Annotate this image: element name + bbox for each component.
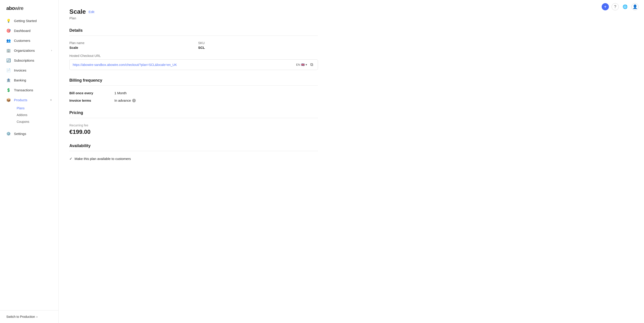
bill-once-every-value: 1 Month — [114, 91, 318, 95]
sidebar-item-label: Transactions — [14, 88, 33, 92]
switch-env-button[interactable]: Switch to Production › — [0, 310, 58, 323]
checkmark-icon: ✓ — [69, 157, 72, 161]
availability-section-title: Availability — [69, 143, 318, 151]
globe-icon: 🌐 — [622, 4, 628, 9]
customers-icon: 👥 — [6, 38, 11, 43]
transactions-icon: 💲 — [6, 88, 11, 92]
sidebar-item-customers[interactable]: 👥 Customers — [0, 35, 58, 45]
banking-icon: 🏦 — [6, 78, 11, 82]
sidebar-item-getting-started[interactable]: 💡 Getting Started — [0, 16, 58, 26]
recurring-fee-label: Recurring fee — [69, 123, 318, 127]
checkout-url-value: https://abowire-sandbox.abowire.com/chec… — [73, 63, 294, 67]
checkout-url-box: https://abowire-sandbox.abowire.com/chec… — [69, 59, 318, 70]
invoice-terms-label: Invoice terms — [69, 98, 114, 102]
chevron-down-icon: ∨ — [50, 98, 52, 101]
checkout-url-label: Hosted Checkout URL — [69, 54, 318, 58]
subnav-item-plans[interactable]: Plans — [14, 105, 58, 112]
user-icon: 👤 — [632, 4, 638, 9]
info-icon[interactable]: i — [132, 99, 136, 102]
globe-button[interactable]: 🌐 — [622, 3, 629, 10]
plan-name-label: Plan name — [69, 41, 189, 45]
main-content: + ? 🌐 👤 Scale Edit Plan Details Plan nam… — [58, 0, 644, 323]
copy-button[interactable]: ⧉ — [309, 62, 314, 67]
chevron-right-icon: › — [36, 315, 38, 319]
locale-label: EN — [296, 63, 300, 66]
details-section: Details Plan name Scale SKU SCL Hosted C… — [69, 28, 318, 70]
sidebar-item-subscriptions[interactable]: 🔄 Subscriptions — [0, 55, 58, 65]
availability-section: Availability ✓ Make this plan available … — [69, 143, 318, 161]
sidebar-item-settings[interactable]: ⚙️ Settings — [0, 129, 58, 139]
invoice-terms-value: In advance i — [114, 98, 318, 102]
page-header: Scale Edit Plan — [69, 8, 318, 20]
bill-once-every-label: Bill once every — [69, 91, 114, 95]
chevron-right-icon: › — [51, 49, 52, 52]
add-button[interactable]: + — [602, 3, 609, 10]
logo-bold: wire — [15, 5, 24, 11]
sidebar-item-organizations[interactable]: 🏢 Organizations › — [0, 45, 58, 55]
pricing-section: Pricing Recurring fee €199.00 — [69, 110, 318, 135]
invoices-icon: 📄 — [6, 68, 11, 72]
subnav-item-addons[interactable]: Addons — [14, 112, 58, 118]
switch-env-label: Switch to Production — [6, 315, 35, 319]
plan-name-value: Scale — [69, 46, 189, 49]
sidebar-item-label: Getting Started — [14, 19, 37, 23]
flag-icon: 🇬🇧 — [301, 63, 305, 66]
dashboard-icon: 🎯 — [6, 28, 11, 33]
sidebar-item-label: Invoices — [14, 68, 26, 72]
help-button[interactable]: ? — [612, 3, 619, 10]
sidebar-item-banking[interactable]: 🏦 Banking — [0, 75, 58, 85]
lightbulb-icon: 💡 — [6, 18, 11, 23]
availability-check-row: ✓ Make this plan available to customers — [69, 157, 318, 161]
sku-field: SKU SCL — [198, 41, 318, 49]
topbar: + ? 🌐 👤 — [596, 0, 644, 13]
plan-name-field: Plan name Scale — [69, 41, 189, 49]
products-icon: 📦 — [6, 98, 11, 102]
sidebar-item-transactions[interactable]: 💲 Transactions — [0, 85, 58, 95]
app-logo: abowire — [0, 0, 58, 16]
subnav-item-coupons[interactable]: Coupons — [14, 118, 58, 125]
page-title: Scale — [69, 8, 86, 15]
locale-selector[interactable]: EN 🇬🇧 ▾ — [296, 63, 307, 66]
settings-icon: ⚙️ — [6, 131, 11, 136]
page-title-row: Scale Edit — [69, 8, 318, 15]
sidebar-item-label: Dashboard — [14, 29, 30, 33]
pricing-section-title: Pricing — [69, 110, 318, 118]
help-icon: ? — [614, 4, 616, 9]
page-content: Scale Edit Plan Details Plan name Scale … — [58, 0, 329, 169]
sku-label: SKU — [198, 41, 318, 45]
sku-value: SCL — [198, 46, 318, 49]
checkout-url-row: Hosted Checkout URL https://abowire-sand… — [69, 54, 318, 70]
sidebar-item-label: Banking — [14, 78, 26, 82]
chevron-down-icon: ▾ — [306, 63, 307, 66]
sidebar-item-label: Settings — [14, 132, 26, 136]
sidebar-item-label: Organizations — [14, 48, 35, 52]
details-section-title: Details — [69, 28, 318, 36]
edit-link[interactable]: Edit — [88, 10, 94, 14]
user-button[interactable]: 👤 — [632, 3, 638, 10]
sidebar-item-invoices[interactable]: 📄 Invoices — [0, 65, 58, 75]
sidebar-item-dashboard[interactable]: 🎯 Dashboard — [0, 26, 58, 35]
sidebar-item-products[interactable]: 📦 Products ∨ — [0, 95, 58, 105]
subscriptions-icon: 🔄 — [6, 58, 11, 62]
pricing-amount: €199.00 — [69, 128, 318, 135]
billing-section: Billing frequency Bill once every 1 Mont… — [69, 78, 318, 102]
sidebar-item-label: Products — [14, 98, 27, 102]
billing-grid: Bill once every 1 Month Invoice terms In… — [69, 91, 318, 102]
sidebar: abowire 💡 Getting Started 🎯 Dashboard 👥 … — [0, 0, 58, 323]
sidebar-item-label: Subscriptions — [14, 58, 34, 62]
organizations-icon: 🏢 — [6, 48, 11, 53]
availability-label: Make this plan available to customers — [74, 157, 131, 161]
products-subnav: Plans Addons Coupons — [0, 105, 58, 125]
billing-section-title: Billing frequency — [69, 78, 318, 86]
details-grid: Plan name Scale SKU SCL — [69, 41, 318, 49]
page-subtitle: Plan — [69, 16, 318, 20]
sidebar-item-label: Customers — [14, 39, 30, 42]
